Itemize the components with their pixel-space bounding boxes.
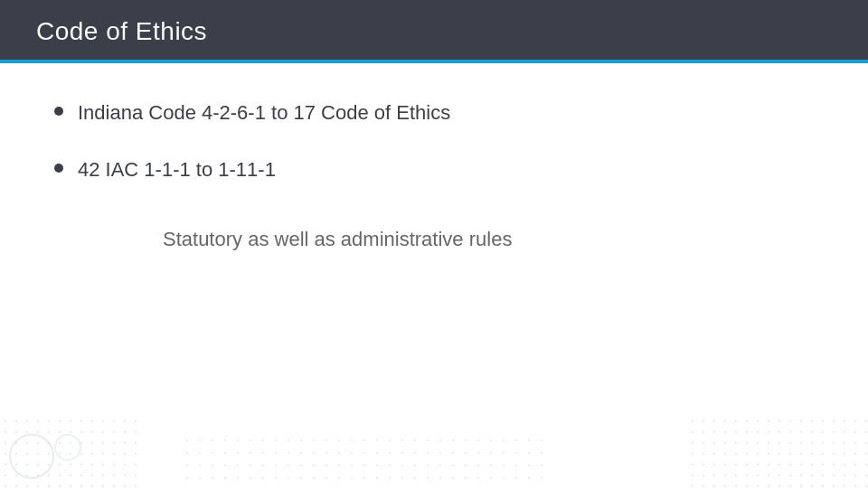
slide-title: Code of Ethics xyxy=(36,17,207,46)
slide-header: Code of Ethics xyxy=(0,0,868,63)
bullet-item-2: 42 IAC 1-1-1 to 1-11-1 xyxy=(54,156,814,184)
slide-container: Code of Ethics Indiana Code 4-2-6-1 to 1… xyxy=(0,0,868,488)
footer-dots-center xyxy=(181,434,542,488)
bullet-item-1: Indiana Code 4-2-6-1 to 17 Code of Ethic… xyxy=(54,99,814,127)
subtitle-text: Statutory as well as administrative rule… xyxy=(163,228,814,251)
bullet-dot-2 xyxy=(54,164,63,173)
footer-decoration xyxy=(0,416,868,488)
footer-dots-right xyxy=(687,416,868,488)
bullet-text-2: 42 IAC 1-1-1 to 1-11-1 xyxy=(78,156,276,184)
bullet-dot-1 xyxy=(54,107,63,116)
footer-dots-left xyxy=(0,416,145,488)
bullet-text-1: Indiana Code 4-2-6-1 to 17 Code of Ethic… xyxy=(78,99,450,127)
